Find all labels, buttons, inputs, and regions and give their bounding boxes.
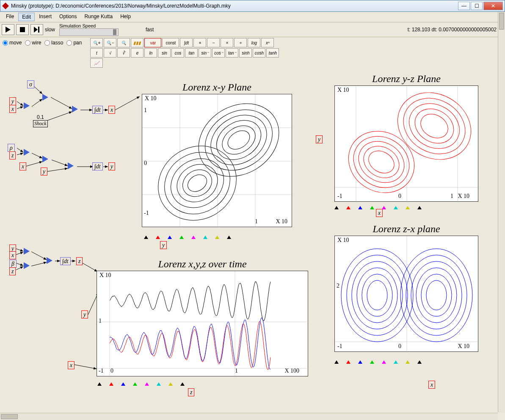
plot-yz-y-in[interactable]: y — [316, 136, 323, 143]
plot-xyzt-x-in[interactable]: x — [68, 362, 75, 369]
const-button[interactable]: const — [162, 38, 179, 47]
plot-xyzt-z-label[interactable]: z — [188, 389, 194, 396]
var-y[interactable]: y — [9, 98, 16, 105]
tan-button[interactable]: tan — [185, 48, 198, 58]
svg-point-15 — [185, 171, 210, 195]
step-button[interactable] — [30, 24, 43, 35]
sqrt-button[interactable]: √ — [104, 48, 116, 58]
op-sub-2[interactable] — [24, 149, 30, 157]
markers-plot-zx-bottom — [334, 360, 422, 364]
zoom-out-button[interactable]: 🔍− — [104, 38, 116, 47]
var-z-2[interactable]: z — [9, 268, 16, 275]
plot-xyzt[interactable]: Lorenz x,y,z over time X 10 X 100 1 -1 0… — [97, 271, 308, 376]
maximize-button[interactable]: ☐ — [471, 2, 483, 10]
div-button[interactable]: ÷ — [234, 38, 247, 47]
mode-wire[interactable]: wire — [25, 40, 41, 46]
tool-buttons: 🔍+ 🔍− 🔍 ▮▮▮ var const ∫dt + − × ÷ log xⁿ… — [90, 38, 285, 68]
var-x[interactable]: x — [9, 106, 16, 113]
scrollbar-horizontal[interactable] — [0, 413, 498, 420]
op-mul-2[interactable] — [42, 156, 48, 164]
var-x-out[interactable]: x — [108, 107, 115, 113]
var-y-2[interactable]: y — [41, 168, 47, 175]
var-sigma[interactable]: σ — [27, 81, 34, 88]
op-sub-4[interactable] — [47, 257, 52, 265]
var-z[interactable]: z — [9, 152, 16, 159]
svg-point-30 — [364, 146, 398, 178]
exp-button[interactable]: e — [131, 48, 143, 58]
mode-pan[interactable]: pan — [66, 40, 82, 46]
minimize-button[interactable]: — — [458, 2, 470, 10]
close-button[interactable]: ✕ — [483, 2, 503, 10]
const-shock[interactable]: 0.1Shock — [33, 114, 48, 127]
menu-options[interactable]: Options — [56, 13, 80, 21]
sinh-button[interactable]: sinh — [239, 48, 252, 58]
menu-file[interactable]: File — [3, 13, 17, 21]
menu-help[interactable]: Help — [117, 13, 134, 21]
op-mul-3[interactable] — [24, 248, 30, 256]
play-button[interactable] — [2, 24, 14, 35]
svg-point-40 — [352, 261, 403, 329]
var-x-2[interactable]: x — [19, 163, 26, 170]
var-rho[interactable]: ρ — [8, 145, 15, 151]
var-beta[interactable]: β — [9, 261, 17, 267]
var-button[interactable]: var — [144, 38, 161, 47]
tanh-button[interactable]: tanh — [266, 48, 279, 58]
plot-xy-xlabel[interactable]: y — [160, 242, 167, 249]
mode-lasso[interactable]: lasso — [44, 40, 63, 46]
svg-point-10 — [144, 132, 250, 228]
op-idt-2[interactable]: ∫dt — [92, 163, 103, 170]
svg-point-39 — [347, 255, 408, 335]
var-x-3[interactable]: x — [9, 252, 16, 259]
atan-button[interactable]: tan⁻ — [226, 48, 238, 58]
plot-yz[interactable]: Lorenz y-z Plane X 10 X 10 -1 0 1 — [334, 85, 478, 202]
fast-label: fast — [146, 27, 154, 33]
add-button[interactable]: + — [193, 38, 206, 47]
acos-button[interactable]: cos⁻ — [212, 48, 225, 58]
op-mul-4[interactable] — [24, 262, 30, 270]
svg-point-49 — [426, 280, 447, 310]
cosh-button[interactable]: cosh — [253, 48, 265, 58]
cbrt-button[interactable]: ∛ — [117, 48, 130, 58]
plot-xyzt-y-in[interactable]: y — [81, 311, 88, 318]
plot-xy[interactable]: Lorenz x-y Plane X 10 X 10 1 0 -1 1 — [142, 94, 292, 227]
sin-button[interactable]: sin — [158, 48, 171, 58]
op-mul[interactable] — [42, 94, 48, 102]
asin-button[interactable]: sin⁻ — [199, 48, 211, 58]
plot-zx-x-label[interactable]: x — [428, 382, 435, 388]
zoom-in-button[interactable]: 🔍+ — [90, 38, 103, 47]
zoom-reset-button[interactable]: 🔍 — [117, 38, 130, 47]
svg-point-47 — [416, 268, 457, 323]
sub-button[interactable]: − — [207, 38, 220, 47]
plot-zx-title: Lorenz z-x plane — [335, 223, 478, 235]
ln-button[interactable]: ln — [144, 48, 157, 58]
log-button[interactable]: log — [248, 38, 260, 47]
menu-edit[interactable]: Edit — [18, 13, 35, 21]
window-titlebar: Minsky (prototype): D:/economic/Conferen… — [0, 0, 505, 12]
time-button[interactable]: t — [90, 48, 103, 58]
op-idt-3[interactable]: ∫dt — [60, 258, 71, 265]
var-z-out[interactable]: z — [76, 258, 83, 265]
plot-zx[interactable]: Lorenz z-x plane X 10 X 10 2 -1 0 — [334, 236, 478, 352]
mode-move[interactable]: move — [3, 40, 22, 46]
svg-point-14 — [178, 164, 217, 202]
integrate-button[interactable]: ∫dt — [180, 38, 193, 47]
svg-point-29 — [358, 140, 405, 184]
scrollbar-vertical[interactable] — [498, 12, 505, 412]
op-add[interactable] — [72, 106, 78, 114]
menu-insert[interactable]: Insert — [36, 13, 55, 21]
plot-button[interactable]: 📈 — [90, 58, 103, 68]
plot-yz-x-label[interactable]: x — [376, 210, 383, 217]
var-y-out[interactable]: y — [108, 163, 115, 170]
mul-button[interactable]: × — [221, 38, 233, 47]
godley-button[interactable]: ▮▮▮ — [131, 38, 143, 47]
stop-button[interactable] — [16, 24, 29, 35]
op-sub-3[interactable] — [68, 162, 74, 170]
cos-button[interactable]: cos — [171, 48, 184, 58]
sim-speed-slider[interactable] — [59, 28, 119, 36]
op-sub[interactable] — [24, 102, 30, 110]
design-canvas[interactable]: σ y x 0.1Shock ∫dt x ρ z x y ∫dt y y x β… — [0, 69, 505, 420]
op-idt-1[interactable]: ∫dt — [92, 107, 103, 113]
menu-runge-kutta[interactable]: Runge Kutta — [81, 13, 116, 21]
svg-point-21 — [224, 127, 253, 153]
pow-button[interactable]: xⁿ — [261, 38, 274, 47]
